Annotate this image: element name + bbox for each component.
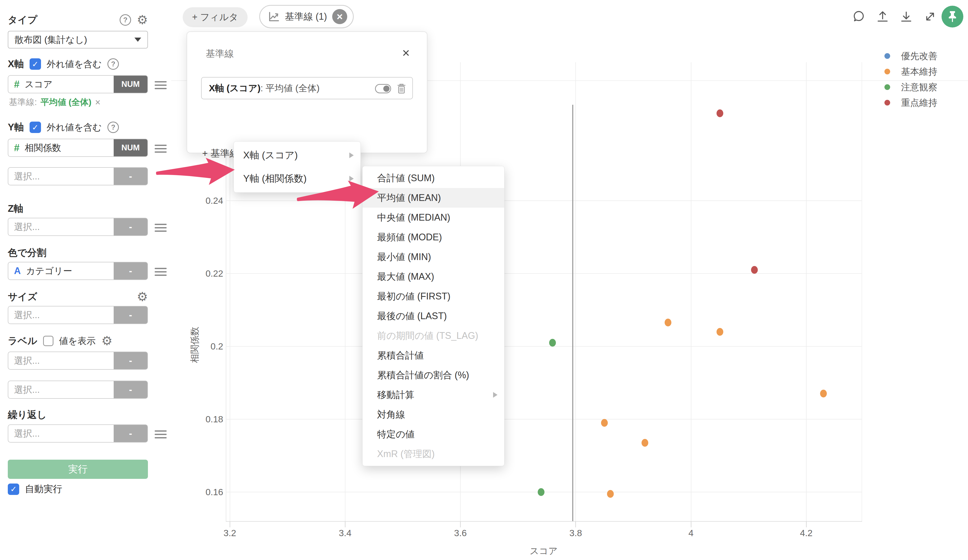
- x-tick-label: 4.2: [800, 528, 812, 538]
- legend-item[interactable]: 重点維持: [884, 95, 937, 111]
- color-field[interactable]: A カテゴリー -: [8, 262, 148, 280]
- submenu-item-6[interactable]: 最初の値 (FIRST): [363, 286, 504, 306]
- help-icon[interactable]: ?: [108, 58, 119, 70]
- legend-item[interactable]: 注意観察: [884, 79, 937, 95]
- submenu-item-2[interactable]: 中央値 (MEDIAN): [363, 208, 504, 227]
- gear-icon[interactable]: ⚙: [137, 291, 148, 303]
- dash-badge: -: [114, 218, 148, 235]
- y-axis-field[interactable]: # 相関係数 NUM: [8, 139, 148, 157]
- scatter-point-基本維持[interactable]: [820, 390, 827, 397]
- y-axis-secondary-field[interactable]: 選択... -: [8, 167, 148, 185]
- submenu-item-12[interactable]: 対角線: [363, 405, 504, 425]
- close-icon[interactable]: ×: [402, 45, 410, 60]
- chart-config-sidebar: タイプ ? ⚙ 散布図 (集計なし) X軸 ✓ 外れ値を含む ? # スコア N…: [0, 0, 171, 560]
- run-button[interactable]: 実行: [8, 460, 148, 479]
- z-axis-field[interactable]: 選択... -: [8, 218, 148, 236]
- visibility-toggle-icon[interactable]: [375, 84, 391, 93]
- y-axis-title: 相関係数: [189, 327, 201, 363]
- gear-icon[interactable]: ⚙: [137, 14, 148, 26]
- baseline-pill[interactable]: 基準線 (1) ×: [259, 5, 354, 28]
- legend-dot-icon: [884, 53, 890, 59]
- remove-baseline-icon[interactable]: ×: [95, 97, 100, 108]
- label-section-header: ラベル 値を表示 ⚙: [8, 334, 113, 347]
- text-type-icon: A: [14, 266, 21, 276]
- submenu-item-5[interactable]: 最大値 (MAX): [363, 267, 504, 286]
- legend-item[interactable]: 基本維持: [884, 64, 937, 79]
- submenu-item-13[interactable]: 特定の値: [363, 425, 504, 444]
- menu-handle-icon[interactable]: [155, 222, 167, 234]
- select-placeholder: 選択...: [14, 170, 40, 183]
- plot-right-border: [862, 62, 862, 521]
- gear-icon[interactable]: ⚙: [101, 335, 113, 347]
- baseline-pill-label: 基準線 (1): [285, 10, 327, 23]
- size-field[interactable]: 選択... -: [8, 306, 148, 324]
- size-section-header: サイズ ⚙: [8, 291, 148, 303]
- expand-icon[interactable]: [923, 10, 937, 23]
- menu-handle-icon[interactable]: [155, 79, 167, 91]
- download-icon[interactable]: [900, 10, 913, 23]
- submenu-item-label: 前の期間の値 (TS_LAG): [377, 330, 478, 342]
- submenu-item-10[interactable]: 累積合計値の割合 (%): [363, 365, 504, 385]
- x-axis-section-header: X軸 ✓ 外れ値を含む ?: [8, 58, 119, 71]
- dash-badge: -: [114, 381, 148, 398]
- legend-label: 注意観察: [901, 81, 937, 93]
- scatter-point-基本維持[interactable]: [716, 328, 723, 336]
- x-tick-mark: [345, 522, 345, 527]
- autorun-checkbox[interactable]: ✓: [8, 484, 19, 495]
- trash-icon[interactable]: [396, 83, 407, 95]
- include-outliers-checkbox[interactable]: ✓: [30, 122, 41, 133]
- help-icon[interactable]: ?: [119, 14, 131, 26]
- close-icon[interactable]: ×: [332, 9, 347, 24]
- scatter-point-基本維持[interactable]: [665, 319, 671, 326]
- include-outliers-label: 外れ値を含む: [47, 58, 102, 70]
- legend-item[interactable]: 優先改善: [884, 48, 937, 64]
- menu-handle-icon[interactable]: [155, 428, 167, 441]
- menu-item-label: X軸 (スコア): [243, 149, 298, 162]
- y-tick-label: 0.2: [182, 341, 223, 352]
- select-placeholder: 選択...: [14, 221, 40, 233]
- submenu-item-label: 合計値 (SUM): [377, 172, 435, 185]
- aggregate-function-menu: 合計値 (SUM)平均値 (MEAN)中央値 (MEDIAN)最頻値 (MODE…: [362, 166, 504, 466]
- horizontal-gridline: [226, 346, 862, 347]
- scatter-point-基本維持[interactable]: [641, 439, 648, 447]
- dash-badge: -: [114, 425, 148, 442]
- label-field-2[interactable]: 選択... -: [8, 381, 148, 399]
- x-axis-label: X軸: [8, 58, 24, 71]
- x-axis-field[interactable]: # スコア NUM: [8, 75, 148, 93]
- submenu-item-9[interactable]: 累積合計値: [363, 345, 504, 365]
- scatter-point-重点維持[interactable]: [751, 266, 758, 274]
- scatter-point-基本維持[interactable]: [601, 419, 608, 427]
- submenu-item-7[interactable]: 最後の値 (LAST): [363, 306, 504, 326]
- x-axis-line: [226, 521, 862, 522]
- color-field-value: カテゴリー: [26, 265, 72, 277]
- upload-icon[interactable]: [876, 10, 889, 23]
- repeat-label: 繰り返し: [8, 408, 47, 421]
- pin-button[interactable]: [941, 6, 963, 28]
- add-filter-button[interactable]: + フィルタ: [183, 7, 248, 27]
- numeric-type-icon: #: [14, 142, 20, 154]
- size-label: サイズ: [8, 291, 37, 303]
- baseline-entry-row[interactable]: X軸 (スコア) : 平均値 (全体): [201, 77, 413, 99]
- help-icon[interactable]: ?: [108, 122, 119, 133]
- x-tick-label: 3.4: [339, 528, 351, 538]
- menu-item-x-axis[interactable]: X軸 (スコア): [234, 144, 360, 167]
- menu-handle-icon[interactable]: [155, 143, 167, 155]
- chart-type-select[interactable]: 散布図 (集計なし): [8, 31, 148, 48]
- repeat-field[interactable]: 選択... -: [8, 425, 148, 443]
- y-axis-field-value: 相関係数: [25, 142, 61, 154]
- scatter-point-注意観察[interactable]: [538, 488, 544, 496]
- scatter-point-基本維持[interactable]: [607, 490, 614, 498]
- submenu-item-3[interactable]: 最頻値 (MODE): [363, 227, 504, 247]
- submenu-item-0[interactable]: 合計値 (SUM): [363, 168, 504, 188]
- scatter-point-注意観察[interactable]: [549, 339, 556, 347]
- menu-handle-icon[interactable]: [155, 266, 167, 278]
- num-badge: NUM: [114, 76, 148, 93]
- submenu-item-11[interactable]: 移動計算: [363, 385, 504, 405]
- comment-icon[interactable]: [852, 10, 865, 23]
- label-field-1[interactable]: 選択... -: [8, 352, 148, 370]
- scatter-point-重点維持[interactable]: [716, 109, 723, 117]
- submenu-item-1[interactable]: 平均値 (MEAN): [363, 188, 504, 208]
- submenu-item-4[interactable]: 最小値 (MIN): [363, 247, 504, 267]
- show-value-checkbox[interactable]: [43, 336, 53, 346]
- include-outliers-checkbox[interactable]: ✓: [30, 58, 41, 70]
